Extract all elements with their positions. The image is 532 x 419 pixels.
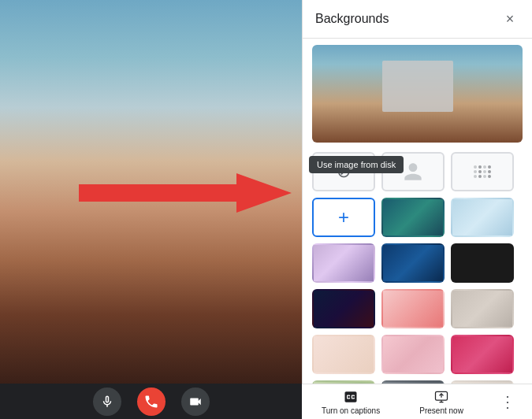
bg-row-3 bbox=[312, 243, 523, 283]
mute-button[interactable] bbox=[93, 387, 121, 416]
bg-dark[interactable] bbox=[451, 243, 514, 283]
more-options-button[interactable]: ⋮ bbox=[493, 389, 522, 414]
present-label: Present now bbox=[419, 406, 463, 415]
red-arrow bbox=[79, 173, 292, 213]
bg-peach[interactable] bbox=[312, 335, 375, 374]
captions-label: Turn on captions bbox=[322, 406, 380, 415]
bg-row-5 bbox=[312, 335, 523, 374]
preview-image bbox=[312, 45, 523, 143]
bg-fireworks[interactable] bbox=[312, 289, 375, 328]
bg-slight-blur[interactable] bbox=[381, 152, 445, 191]
video-toolbar bbox=[0, 384, 302, 419]
bg-row-1: ⊘ bbox=[312, 152, 523, 191]
preview-blur-overlay bbox=[382, 61, 453, 112]
bg-pink-pattern[interactable] bbox=[381, 335, 445, 374]
bg-marble[interactable] bbox=[451, 289, 514, 328]
svg-marker-0 bbox=[79, 173, 292, 213]
video-area bbox=[0, 0, 302, 384]
end-call-button[interactable] bbox=[137, 387, 166, 416]
panel-bottom-bar: Turn on captions Present now ⋮ bbox=[302, 384, 532, 419]
bg-row-4 bbox=[312, 289, 523, 328]
close-button[interactable]: × bbox=[500, 9, 519, 28]
bg-no-effect[interactable]: ⊘ bbox=[312, 152, 375, 191]
blur-dots-icon bbox=[474, 165, 491, 178]
panel-header: Backgrounds × bbox=[303, 0, 532, 39]
bg-cherry[interactable] bbox=[451, 335, 514, 374]
bg-strong-blur[interactable] bbox=[451, 152, 514, 191]
background-grid: ⊘ + bbox=[303, 149, 532, 419]
add-icon: + bbox=[338, 206, 349, 228]
bg-purple[interactable] bbox=[312, 243, 375, 283]
no-effect-icon: ⊘ bbox=[337, 161, 351, 182]
panel-title: Backgrounds bbox=[315, 12, 389, 26]
present-button[interactable]: Present now bbox=[410, 386, 473, 418]
bg-add-image[interactable]: + bbox=[312, 198, 375, 237]
captions-icon bbox=[343, 389, 359, 405]
preview-container bbox=[303, 39, 532, 149]
bg-sky[interactable] bbox=[451, 198, 514, 237]
camera-button[interactable] bbox=[181, 387, 210, 416]
present-icon bbox=[433, 389, 449, 405]
bg-blue-dark[interactable] bbox=[381, 243, 445, 283]
captions-button[interactable]: Turn on captions bbox=[312, 386, 389, 418]
bg-row-2: + bbox=[312, 198, 523, 237]
bg-flowers[interactable] bbox=[381, 289, 445, 328]
person-blur-icon bbox=[400, 159, 426, 184]
more-icon: ⋮ bbox=[500, 393, 515, 410]
backgrounds-panel: Backgrounds × ⊘ bbox=[302, 0, 532, 419]
bg-teal[interactable] bbox=[381, 198, 445, 237]
